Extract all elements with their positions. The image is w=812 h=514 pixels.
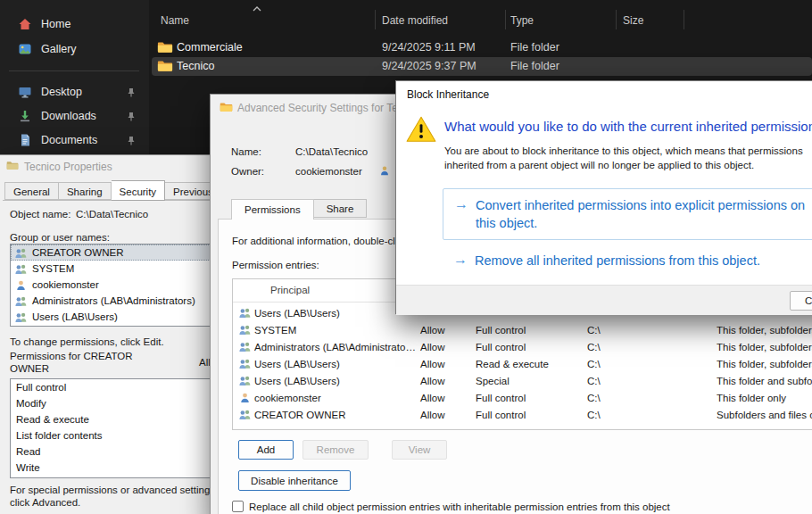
file-row-selected[interactable]: Tecnico 9/24/2025 9:37 PM File folder — [152, 57, 812, 76]
column-header-principal[interactable]: Principal — [270, 285, 310, 295]
column-header-size[interactable]: Size — [623, 14, 643, 27]
file-name: Tecnico — [177, 60, 214, 72]
cancel-button[interactable]: Cancel — [790, 291, 812, 311]
table-row[interactable]: SYSTEM Allow Full control C:\ This folde… — [233, 322, 812, 339]
cell-inherited-from: C:\ — [587, 325, 601, 336]
file-date: 9/24/2025 9:37 PM — [382, 60, 476, 72]
folder-icon — [157, 41, 173, 54]
arrow-right-icon: → — [454, 196, 468, 212]
cell-access: Full control — [476, 342, 526, 352]
sidebar-item-desktop[interactable]: Desktop — [7, 80, 143, 104]
folder-icon — [220, 102, 233, 112]
file-row[interactable]: Commerciale 9/24/2025 9:11 PM File folde… — [152, 38, 812, 57]
column-header-date-modified[interactable]: Date modified — [382, 14, 448, 27]
group-item-label: Administrators (LAB\Administrators) — [32, 295, 195, 306]
cell-access: Full control — [476, 410, 526, 420]
sidebar-item-label: Documents — [41, 134, 97, 146]
replace-checkbox-label: Replace all child object permission entr… — [249, 502, 670, 512]
cell-principal: CREATOR OWNER — [254, 410, 345, 420]
cell-access: Full control — [476, 325, 526, 336]
sidebar-item-label: Desktop — [41, 86, 82, 98]
dialog-title: Tecnico Properties — [24, 155, 112, 178]
sidebar-item-downloads[interactable]: Downloads — [7, 104, 143, 128]
desktop-icon — [18, 85, 32, 99]
sidebar-item-label: Downloads — [41, 110, 96, 122]
tab-general[interactable]: General — [4, 182, 59, 200]
cell-type: Allow — [420, 376, 444, 386]
user-icon — [238, 392, 252, 403]
replace-checkbox[interactable] — [232, 501, 244, 512]
column-divider[interactable] — [616, 10, 617, 29]
permission-entries-label: Permission entries: — [232, 260, 319, 270]
cell-principal: Administrators (LAB\Administrators) — [254, 342, 417, 352]
remove-permissions-command-link[interactable]: → Remove all inherited permissions from … — [443, 249, 812, 272]
disable-inheritance-button[interactable]: Disable inheritance — [238, 470, 351, 491]
column-divider[interactable] — [375, 10, 376, 29]
name-value: C:\Data\Tecnico — [295, 146, 368, 157]
group-icon — [14, 311, 28, 323]
group-item-label: SYSTEM — [32, 263, 74, 274]
group-icon — [238, 375, 252, 386]
sidebar-item-gallery[interactable]: Gallery — [7, 37, 143, 61]
column-header-type[interactable]: Type — [510, 14, 534, 27]
remove-button[interactable]: Remove — [302, 440, 369, 460]
name-label: Name: — [231, 146, 261, 157]
block-titlebar[interactable]: Block Inheritance — [396, 81, 812, 108]
view-button[interactable]: View — [392, 440, 447, 460]
screen: Home Gallery Desktop Downloads Documents — [0, 0, 812, 514]
permissions-for-label: Permissions for CREATOR OWNER — [10, 350, 160, 375]
cell-applies-to: This folder, subfolders and files — [717, 325, 812, 336]
cell-inherited-from: C:\ — [587, 393, 601, 403]
command-link-label: this object. — [476, 214, 537, 232]
cell-type: Allow — [420, 393, 444, 403]
cell-principal: Users (LAB\Users) — [254, 376, 340, 386]
table-row[interactable]: Users (LAB\Users) Allow Special C:\ This… — [233, 373, 812, 390]
command-link-label: Remove all inherited permissions from th… — [475, 252, 760, 269]
file-type: File folder — [510, 41, 559, 54]
sidebar-item-label: Home — [41, 18, 70, 30]
cell-type: Allow — [420, 325, 444, 336]
cell-applies-to: This folder only — [717, 393, 786, 403]
tab-permissions[interactable]: Permissions — [231, 199, 314, 220]
cell-type: Allow — [420, 359, 444, 369]
pin-icon — [127, 112, 136, 121]
group-icon — [238, 324, 252, 336]
cell-principal: cookiemonster — [254, 393, 321, 403]
edit-hint: To change permissions, click Edit. — [10, 336, 164, 347]
folder-icon — [6, 161, 19, 170]
pin-icon — [127, 87, 136, 97]
advanced-tabs: Permissions Share — [231, 199, 367, 220]
table-row[interactable]: cookiemonster Allow Full control C:\ Thi… — [233, 390, 812, 407]
table-row[interactable]: CREATOR OWNER Allow Full control C:\ Sub… — [233, 407, 812, 424]
sidebar-item-documents[interactable]: Documents — [7, 128, 143, 152]
table-row[interactable]: Administrators (LAB\Administrators) Allo… — [233, 339, 812, 356]
column-header-name[interactable]: Name — [161, 14, 189, 27]
user-icon — [378, 165, 391, 176]
block-inheritance-dialog: Block Inheritance What would you like to… — [395, 80, 812, 314]
cell-principal: Users (LAB\Users) — [254, 359, 340, 369]
object-name-value: C:\Data\Tecnico — [76, 209, 148, 220]
sidebar-divider — [9, 70, 139, 71]
folder-icon — [157, 60, 173, 72]
file-name: Commerciale — [177, 41, 243, 54]
convert-permissions-command-link[interactable]: → Convert inherited permissions into exp… — [443, 188, 812, 240]
tab-share[interactable]: Share — [314, 199, 368, 218]
column-divider[interactable] — [684, 10, 684, 29]
group-item-label: cookiemonster — [32, 279, 99, 290]
group-icon — [238, 409, 252, 420]
group-icon — [14, 295, 28, 307]
command-link-label: Convert inherited permissions into expli… — [476, 196, 805, 214]
tab-security[interactable]: Security — [112, 180, 166, 201]
table-row[interactable]: Users (LAB\Users) Allow Read & execute C… — [233, 356, 812, 373]
group-icon — [14, 263, 28, 275]
gallery-icon — [18, 42, 32, 56]
column-divider[interactable] — [505, 10, 506, 29]
tab-sharing[interactable]: Sharing — [59, 182, 112, 200]
cell-inherited-from: C:\ — [587, 359, 601, 369]
sidebar-item-home[interactable]: Home — [7, 12, 143, 36]
add-button[interactable]: Add — [238, 440, 294, 460]
owner-label: Owner: — [231, 166, 264, 177]
file-date: 9/24/2025 9:11 PM — [382, 41, 476, 54]
downloads-icon — [18, 109, 32, 123]
cell-access: Special — [476, 376, 510, 386]
